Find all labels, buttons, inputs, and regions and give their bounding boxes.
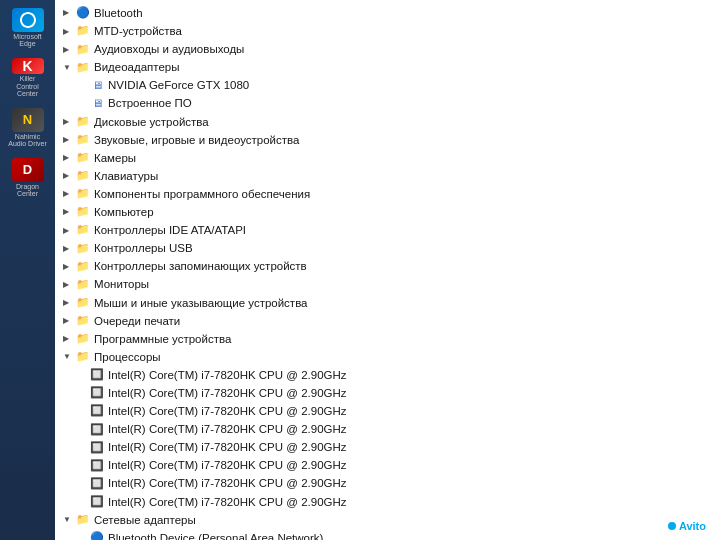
tree-item[interactable]: 🖥NVIDIA GeForce GTX 1080 [55,76,720,94]
dragon-icon: D [12,158,44,182]
app-icon-nahimic[interactable]: N Nahimic Audio Driver [5,105,51,151]
tree-item[interactable]: ▶📁Мониторы [55,275,720,293]
tree-item[interactable]: 🖥Встроенное ПО [55,94,720,112]
tree-item-text: Bluetooth Device (Personal Area Network) [108,530,323,540]
tree-item-text: Intel(R) Core(TM) i7-7820HK CPU @ 2.90GH… [108,403,347,419]
avito-badge: Avito [662,518,712,534]
app-icon-edge[interactable]: Microsoft Edge [5,5,51,51]
device-tree[interactable]: ▶🔵Bluetooth▶📁MTD-устройства▶📁Аудиовходы … [55,0,720,540]
tree-item[interactable]: ▶📁MTD-устройства [55,22,720,40]
killer-icon: K [12,58,44,74]
tree-item[interactable]: ▶📁Компоненты программного обеспечения [55,185,720,203]
tree-item[interactable]: 🔲Intel(R) Core(TM) i7-7820HK CPU @ 2.90G… [55,366,720,384]
tree-item-text: Компоненты программного обеспечения [94,186,310,202]
tree-item-text: Intel(R) Core(TM) i7-7820HK CPU @ 2.90GH… [108,475,347,491]
nahimic-icon: N [12,108,44,132]
tree-item[interactable]: ▶📁Клавиатуры [55,167,720,185]
tree-item-text: Контроллеры запоминающих устройств [94,258,307,274]
tree-item-text: Мыши и иные указывающие устройства [94,295,308,311]
app-icon-dragon[interactable]: D Dragon Center [5,155,51,201]
tree-item[interactable]: ▼📁Процессоры [55,348,720,366]
tree-item-text: Intel(R) Core(TM) i7-7820HK CPU @ 2.90GH… [108,439,347,455]
avito-dot [668,522,676,530]
screen: Microsoft Edge K Killer Control Center N… [0,0,720,540]
tree-item-text: Intel(R) Core(TM) i7-7820HK CPU @ 2.90GH… [108,385,347,401]
tree-item[interactable]: ▶📁Контроллеры IDE ATA/ATAPI [55,221,720,239]
tree-item-text: Дисковые устройства [94,114,209,130]
tree-item[interactable]: ▶📁Дисковые устройства [55,113,720,131]
app-icon-killer[interactable]: K Killer Control Center [5,55,51,101]
dragon-label: Dragon Center [8,183,48,198]
tree-item-text: Сетевые адаптеры [94,512,196,528]
tree-item-text: Bluetooth [94,5,143,21]
tree-item[interactable]: ▶📁Компьютер [55,203,720,221]
tree-item-text: Видеоадаптеры [94,59,180,75]
tree-item[interactable]: 🔲Intel(R) Core(TM) i7-7820HK CPU @ 2.90G… [55,384,720,402]
tree-item-text: Intel(R) Core(TM) i7-7820HK CPU @ 2.90GH… [108,494,347,510]
main-content: ▶🔵Bluetooth▶📁MTD-устройства▶📁Аудиовходы … [55,0,720,540]
tree-item[interactable]: ▼📁Видеоадаптеры [55,58,720,76]
tree-item[interactable]: 🔲Intel(R) Core(TM) i7-7820HK CPU @ 2.90G… [55,420,720,438]
tree-item-text: Аудиовходы и аудиовыходы [94,41,244,57]
tree-item[interactable]: 🔲Intel(R) Core(TM) i7-7820HK CPU @ 2.90G… [55,456,720,474]
tree-item-text: MTD-устройства [94,23,182,39]
tree-item[interactable]: ▶📁Контроллеры USB [55,239,720,257]
tree-item[interactable]: 🔲Intel(R) Core(TM) i7-7820HK CPU @ 2.90G… [55,402,720,420]
tree-item-text: Контроллеры USB [94,240,193,256]
tree-item-text: Процессоры [94,349,161,365]
tree-item[interactable]: 🔲Intel(R) Core(TM) i7-7820HK CPU @ 2.90G… [55,493,720,511]
tree-item[interactable]: 🔲Intel(R) Core(TM) i7-7820HK CPU @ 2.90G… [55,438,720,456]
tree-item-text: Intel(R) Core(TM) i7-7820HK CPU @ 2.90GH… [108,457,347,473]
tree-item[interactable]: ▶📁Аудиовходы и аудиовыходы [55,40,720,58]
sidebar: Microsoft Edge K Killer Control Center N… [0,0,55,540]
nahimic-label: Nahimic Audio Driver [8,133,48,148]
tree-item-text: Компьютер [94,204,154,220]
tree-item[interactable]: ▶📁Программные устройства [55,330,720,348]
tree-item[interactable]: ▶📁Мыши и иные указывающие устройства [55,294,720,312]
tree-item-text: Intel(R) Core(TM) i7-7820HK CPU @ 2.90GH… [108,421,347,437]
tree-item-text: Программные устройства [94,331,231,347]
tree-item[interactable]: ▶📁Очереди печати [55,312,720,330]
tree-item[interactable]: ▶📁Звуковые, игровые и видеоустройства [55,131,720,149]
tree-item-text: Мониторы [94,276,149,292]
tree-item-text: Клавиатуры [94,168,158,184]
tree-item[interactable]: ▶🔵Bluetooth [55,4,720,22]
tree-item-text: Звуковые, игровые и видеоустройства [94,132,299,148]
tree-item[interactable]: 🔵Bluetooth Device (Personal Area Network… [55,529,720,540]
tree-item-text: Камеры [94,150,136,166]
tree-item-text: Встроенное ПО [108,95,192,111]
tree-item-text: NVIDIA GeForce GTX 1080 [108,77,249,93]
avito-text: Avito [679,520,706,532]
tree-item[interactable]: ▶📁Камеры [55,149,720,167]
tree-item[interactable]: ▶📁Контроллеры запоминающих устройств [55,257,720,275]
tree-item-text: Очереди печати [94,313,180,329]
edge-icon [12,8,44,32]
tree-item[interactable]: ▼📁Сетевые адаптеры [55,511,720,529]
tree-item-text: Intel(R) Core(TM) i7-7820HK CPU @ 2.90GH… [108,367,347,383]
tree-item-text: Контроллеры IDE ATA/ATAPI [94,222,246,238]
tree-item[interactable]: 🔲Intel(R) Core(TM) i7-7820HK CPU @ 2.90G… [55,474,720,492]
edge-label: Microsoft Edge [8,33,48,48]
killer-label: Killer Control Center [8,75,48,98]
